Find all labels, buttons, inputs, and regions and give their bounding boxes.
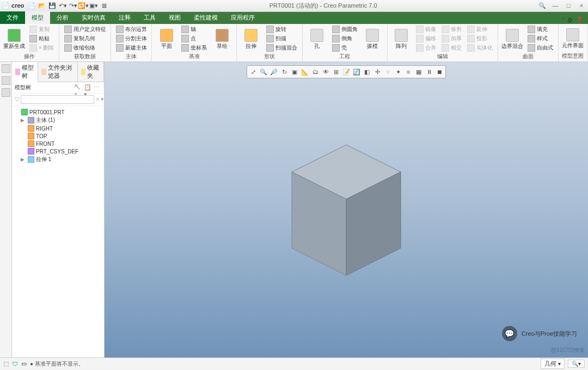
- tab-analysis[interactable]: 分析: [50, 11, 75, 24]
- round-button[interactable]: 倒圆角: [330, 25, 359, 34]
- hole-button[interactable]: 孔: [306, 25, 328, 52]
- annotation-icon[interactable]: 📝: [341, 67, 351, 77]
- plane-button[interactable]: 平面: [155, 25, 177, 52]
- newbody-button[interactable]: 新建主体: [114, 44, 149, 52]
- pause-icon[interactable]: ⏸: [424, 67, 434, 77]
- undo-icon[interactable]: ↶▾: [58, 2, 67, 10]
- trim-button[interactable]: 偏移: [414, 34, 438, 43]
- find-button[interactable]: 🔍▾: [568, 360, 585, 368]
- tab-modeltree[interactable]: 模型树: [12, 62, 38, 82]
- tree-settings-icon[interactable]: ⛏▾: [74, 84, 82, 91]
- axis-disp-icon[interactable]: ✢: [372, 67, 382, 77]
- regen-icon[interactable]: 🔁▾: [79, 2, 88, 10]
- rail-layer-icon[interactable]: [2, 76, 10, 85]
- perspective-icon[interactable]: 👁: [321, 67, 330, 77]
- zoomin-icon[interactable]: 🔍: [259, 67, 268, 77]
- repaint-icon[interactable]: ↻: [279, 67, 289, 77]
- tree-right[interactable]: RIGHT: [13, 125, 103, 132]
- tree-extrude[interactable]: ▶拉伸 1: [13, 155, 103, 164]
- viewport[interactable]: ⤢ 🔍 🔎 ↻ ▣ 📐 🗂 👁 ⊞ 📝 🔄 ◧ ✢ ⁘ ✦ ≡ ▦ ⏸ ⏹: [105, 62, 588, 357]
- tree-top[interactable]: TOP: [13, 132, 103, 140]
- rail-detail-icon[interactable]: [2, 88, 10, 97]
- sketch-button[interactable]: 草绘: [211, 25, 233, 52]
- point-button[interactable]: 点: [180, 34, 209, 43]
- filter-opts-icon[interactable]: ▾: [101, 96, 104, 103]
- status-icon-1[interactable]: ⬚: [3, 360, 9, 367]
- tab-apps[interactable]: 应用程序: [224, 11, 261, 24]
- ribbon-help-icon[interactable]: ❓: [576, 17, 584, 24]
- component-interface-button[interactable]: 元件界面: [562, 25, 584, 52]
- zoomout-icon[interactable]: 🔎: [269, 67, 279, 77]
- tree-csys[interactable]: PRT_CSYS_DEF: [13, 147, 103, 155]
- sweep-button[interactable]: 扫描: [265, 34, 299, 43]
- splitbody-button[interactable]: 分割主体: [114, 34, 149, 43]
- maximize-button[interactable]: □: [564, 2, 573, 9]
- tab-file[interactable]: 文件: [0, 11, 25, 24]
- refit-icon[interactable]: ⤢: [248, 67, 258, 77]
- layers-icon[interactable]: ≡: [403, 67, 413, 77]
- status-icon-2[interactable]: 🛡: [12, 361, 18, 367]
- tree-front[interactable]: FRONT: [13, 140, 103, 147]
- csys-disp-icon[interactable]: ✦: [393, 67, 403, 77]
- csys-button[interactable]: 坐标系: [180, 44, 209, 52]
- tab-model[interactable]: 模型: [25, 11, 50, 24]
- displaystyle-icon[interactable]: ▣: [290, 67, 299, 77]
- open-icon[interactable]: 📂: [38, 2, 46, 10]
- merge-button[interactable]: 合并: [414, 44, 438, 52]
- stop-icon[interactable]: ⏹: [434, 67, 444, 77]
- close-button[interactable]: ×: [577, 2, 586, 9]
- rail-tree-icon[interactable]: [2, 64, 10, 73]
- mirror-button[interactable]: 镜像: [414, 25, 438, 34]
- viewmanager-icon[interactable]: 🗂: [310, 67, 320, 77]
- datum-display-icon[interactable]: ⊞: [331, 67, 341, 77]
- tab-flex[interactable]: 柔性建模: [187, 11, 224, 24]
- status-icon-3[interactable]: ▭: [21, 360, 27, 367]
- regenerate-button[interactable]: 重新生成: [3, 25, 26, 52]
- solidify-button[interactable]: 实体化: [465, 44, 494, 52]
- sweptblend-button[interactable]: 扫描混合: [265, 44, 299, 52]
- close-win-icon[interactable]: ⊠: [100, 2, 108, 10]
- pattern-button[interactable]: 阵列: [391, 25, 412, 52]
- tab-favorites[interactable]: 收藏夹: [78, 62, 104, 82]
- savedviews-icon[interactable]: 📐: [300, 67, 310, 77]
- ribbon-gear-icon[interactable]: ⚙: [567, 17, 573, 24]
- tree-show-icon[interactable]: 📋▾: [84, 84, 91, 91]
- tree-root[interactable]: PRT0001.PRT: [13, 108, 103, 116]
- save-icon[interactable]: 💾: [48, 2, 57, 10]
- freestyle-button[interactable]: 自由式: [526, 44, 555, 52]
- thicken-button[interactable]: 投影: [465, 34, 494, 43]
- draft-button[interactable]: 拔模: [362, 25, 384, 52]
- extend-button[interactable]: 修剪: [440, 25, 463, 34]
- windows-icon[interactable]: ▣▾: [89, 2, 98, 10]
- tab-view[interactable]: 视图: [162, 11, 187, 24]
- intersect-button[interactable]: 相交: [440, 44, 463, 52]
- delete-button[interactable]: × 删除: [28, 44, 56, 52]
- plane-disp-icon[interactable]: ◧: [362, 67, 372, 77]
- chamfer-button[interactable]: 倒角: [330, 34, 359, 43]
- project-button[interactable]: 加厚: [440, 34, 463, 43]
- ribbon-collapse-icon[interactable]: ˇ: [562, 17, 564, 24]
- axis-button[interactable]: 轴: [180, 25, 209, 34]
- revolve-button[interactable]: 旋转: [265, 25, 299, 34]
- paste-button[interactable]: 粘贴: [28, 34, 56, 43]
- tab-folder[interactable]: 文件夹浏览器: [38, 62, 77, 82]
- new-icon[interactable]: 📄: [27, 2, 36, 10]
- copygeom-button[interactable]: 复制几何: [63, 34, 108, 43]
- spin-icon[interactable]: 🔄: [352, 67, 362, 77]
- selection-filter[interactable]: 几何 ▾: [541, 359, 565, 369]
- offset-button[interactable]: 延伸: [465, 25, 494, 34]
- udf-button[interactable]: 用户定义特征: [63, 25, 108, 34]
- boolean-button[interactable]: 布尔运算: [114, 25, 149, 34]
- redo-icon[interactable]: ↷▾: [69, 2, 77, 10]
- copy-button[interactable]: 复制: [28, 25, 56, 34]
- tab-simulation[interactable]: 实时仿真: [75, 11, 112, 24]
- extrude-button[interactable]: 拉伸: [240, 25, 262, 52]
- point-disp-icon[interactable]: ⁘: [383, 67, 393, 77]
- filter-input[interactable]: [21, 95, 94, 104]
- filter-clear-icon[interactable]: ×: [96, 96, 99, 103]
- style-button[interactable]: 样式: [526, 34, 555, 43]
- search-icon[interactable]: 🔍: [538, 2, 547, 9]
- tree-body[interactable]: ▶主体 (1): [13, 116, 103, 125]
- render-icon[interactable]: ▦: [414, 67, 424, 77]
- boundaryblend-button[interactable]: 边界混合: [501, 25, 524, 52]
